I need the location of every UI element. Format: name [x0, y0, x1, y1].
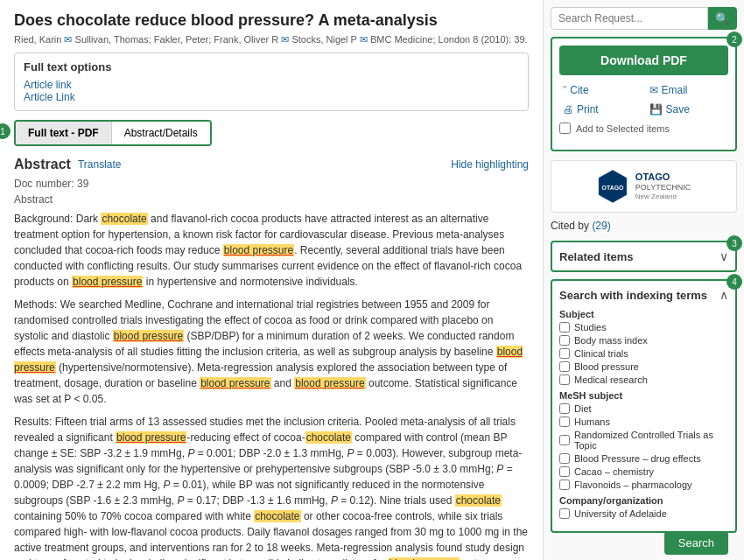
- action-buttons: " Cite ✉ Email 🖨 Print 💾 Save: [559, 82, 728, 117]
- cite-label: Cite: [570, 84, 588, 96]
- mesh-category-label: MeSH subject: [559, 390, 728, 401]
- highlight-bp-3: blood pressure: [113, 330, 184, 342]
- quote-icon: ": [563, 84, 566, 96]
- checkbox-cacao: Cacao – chemistry: [559, 466, 728, 477]
- highlight-bp-1: blood pressure: [223, 244, 294, 256]
- checkbox-bp-drug: Blood Pressure – drug effects: [559, 453, 728, 464]
- otago-hex-icon: OTAGO: [597, 169, 628, 204]
- label-1: 1: [0, 123, 11, 139]
- checkbox-blood-pressure-input[interactable]: [559, 361, 570, 372]
- abstract-text: Background: Dark chocolate and flavanol-…: [14, 211, 529, 560]
- translate-link[interactable]: Translate: [78, 158, 122, 171]
- highlight-bp-6: blood pressure: [294, 377, 365, 389]
- meta-text: Ried, Karin: [14, 34, 64, 45]
- highlight-bp-5: blood pressure: [200, 377, 270, 389]
- print-button[interactable]: 🖨 Print: [559, 102, 642, 117]
- save-icon: 💾: [649, 103, 663, 116]
- checkbox-flavonoids-label: Flavonoids – pharmacology: [574, 480, 692, 490]
- checkbox-bmi-input[interactable]: [559, 335, 570, 346]
- checkbox-diet-input[interactable]: [559, 403, 570, 414]
- hide-highlighting-link[interactable]: Hide highlighting: [451, 158, 529, 171]
- meta-text4: BMC Medicine; London 8 (2010): 39.: [370, 34, 528, 45]
- highlight-bp-2: blood pressure: [72, 276, 143, 288]
- checkbox-diet: Diet: [559, 403, 728, 414]
- checkbox-studies: Studies: [559, 322, 728, 332]
- chevron-up-icon: ∧: [719, 288, 728, 302]
- email-button[interactable]: ✉ Email: [646, 82, 729, 98]
- related-items-title: Related items: [559, 250, 634, 263]
- highlight-bp-4: blood pressure: [14, 346, 523, 374]
- print-icon: 🖨: [563, 103, 573, 116]
- doc-number: Doc number: 39: [14, 178, 529, 190]
- checkbox-cacao-input[interactable]: [559, 466, 570, 477]
- search-input-top[interactable]: [551, 7, 708, 30]
- svg-text:OTAGO: OTAGO: [601, 185, 624, 191]
- email-icon: ✉: [649, 84, 658, 96]
- highlight-chocolate-2: chocolate: [305, 431, 352, 444]
- company-category-label: Company/organization: [559, 495, 728, 506]
- otago-logo-inner: OTAGO OTAGO POLYTECHNIC New Zealand: [597, 169, 691, 204]
- author-icon: ✉: [64, 34, 72, 45]
- checkbox-blood-pressure: Blood pressure: [559, 361, 728, 372]
- checkbox-flavonoids-input[interactable]: [559, 480, 570, 490]
- save-label: Save: [666, 103, 690, 116]
- checkbox-bp-drug-input[interactable]: [559, 453, 570, 464]
- checkbox-medical-input[interactable]: [559, 374, 570, 385]
- left-panel: Does chocolate reduce blood pressure? A …: [0, 0, 543, 560]
- abstract-para-2: Methods: We searched Medline, Cochrane a…: [14, 297, 529, 407]
- checkbox-bp-drug-label: Blood Pressure – drug effects: [574, 453, 701, 464]
- related-items-box: Related items ∨: [551, 241, 737, 272]
- author-icon3: ✉: [360, 34, 368, 45]
- right-top-box: Download PDF " Cite ✉ Email 🖨 Print 💾 Sa…: [551, 37, 737, 151]
- checkbox-rct: Randomized Controlled Trials as Topic: [559, 430, 728, 451]
- checkbox-bmi: Body mass index: [559, 335, 728, 346]
- label-2: 2: [726, 32, 742, 47]
- search-indexing-header[interactable]: Search with indexing terms ∧: [559, 288, 728, 302]
- add-selected-checkbox[interactable]: [559, 122, 571, 134]
- search-row: 🔍: [551, 7, 737, 30]
- checkbox-humans-input[interactable]: [559, 416, 570, 427]
- doc-number-label: Doc number:: [14, 178, 74, 190]
- add-selected-row: Add to Selected items: [559, 122, 728, 134]
- checkbox-rct-input[interactable]: [559, 435, 570, 445]
- checkbox-humans: Humans: [559, 416, 728, 427]
- article-link-2[interactable]: Article Link: [24, 91, 519, 103]
- author-icon2: ✉: [281, 34, 289, 45]
- label-3: 3: [726, 235, 742, 251]
- highlight-chocolate-1: chocolate: [101, 213, 147, 225]
- tabs-container: Full text - PDF Abstract/Details: [14, 120, 212, 146]
- checkbox-clinical-input[interactable]: [559, 348, 570, 359]
- checkbox-adelaide-input[interactable]: [559, 508, 570, 519]
- search-indexing-title: Search with indexing terms: [559, 289, 707, 302]
- checkbox-clinical-label: Clinical trials: [574, 348, 628, 359]
- checkbox-studies-input[interactable]: [559, 322, 570, 332]
- abstract-section-label: Abstract: [14, 193, 529, 206]
- checkbox-cacao-label: Cacao – chemistry: [574, 466, 654, 477]
- cite-button[interactable]: " Cite: [559, 82, 642, 98]
- checkbox-bmi-label: Body mass index: [574, 335, 648, 346]
- article-link-1[interactable]: Article link: [24, 79, 519, 91]
- cited-by-label: Cited by: [551, 220, 589, 232]
- cited-by-link[interactable]: (29): [592, 220, 610, 232]
- related-items-header[interactable]: Related items ∨: [559, 249, 728, 263]
- checkbox-adelaide-label: University of Adelaide: [574, 508, 667, 519]
- search-indexing-button[interactable]: Search: [664, 531, 728, 555]
- subject-category-label: Subject: [559, 309, 728, 319]
- tab-full-text-pdf[interactable]: Full text - PDF: [16, 122, 112, 144]
- checkbox-blood-pressure-label: Blood pressure: [574, 361, 639, 372]
- add-selected-label: Add to Selected items: [576, 123, 670, 134]
- otago-sub: POLYTECHNIC: [635, 183, 691, 192]
- checkbox-medical-label: Medical research: [574, 374, 648, 385]
- download-pdf-button[interactable]: Download PDF: [559, 46, 728, 75]
- article-title: Does chocolate reduce blood pressure? A …: [14, 10, 529, 31]
- full-text-options-title: Full text options: [24, 60, 519, 74]
- search-top-button[interactable]: 🔍: [708, 7, 737, 30]
- checkbox-clinical: Clinical trials: [559, 348, 728, 359]
- checkbox-diet-label: Diet: [574, 403, 592, 414]
- abstract-header: Abstract Translate Hide highlighting: [14, 157, 529, 172]
- tab-abstract-details[interactable]: Abstract/Details: [112, 122, 210, 144]
- save-button[interactable]: 💾 Save: [646, 102, 729, 117]
- label-4: 4: [726, 274, 742, 290]
- abstract-para-1: Background: Dark chocolate and flavanol-…: [14, 211, 529, 290]
- otago-text-block: OTAGO POLYTECHNIC New Zealand: [635, 172, 691, 201]
